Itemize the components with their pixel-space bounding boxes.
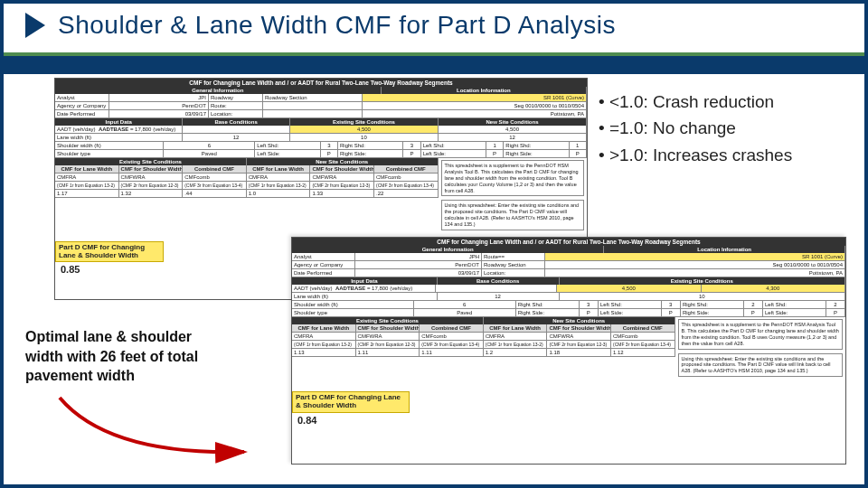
s2cmfc-b: CMFcomb (611, 333, 675, 340)
loc-info-hdr: Location Information (382, 87, 587, 94)
agency-v: PennDOT (109, 102, 209, 109)
date-v: 03/09/17 (109, 110, 209, 117)
s2h2b: CMF for Shoulder Width and Type (547, 324, 611, 332)
s2-date-l: Date Performed (292, 269, 355, 277)
s2fc2: (CMF 3r from Equation 13-4) (611, 341, 675, 348)
s2stexr: Left Side: (599, 309, 662, 316)
s2-input-hdr: Input Data (292, 277, 438, 285)
s2-partd-box: Part D CMF for Changing Lane & Shoulder … (292, 391, 410, 413)
gap-cell (263, 102, 363, 109)
s2shnwlv: 2 (744, 301, 763, 308)
s2-loc-l: Location: (482, 269, 545, 277)
spreadsheet-2: CMF for Changing Lane Width and / or AAD… (291, 237, 846, 465)
s2-aadt-val: 17,800 (372, 286, 388, 291)
s2-note-u: Using this spreadsheet: Enter the existi… (678, 353, 843, 378)
s2-sh-l: Shoulder width (ft) (292, 301, 414, 308)
block-ex: Existing Site Conditions (55, 158, 247, 165)
lane-exist: 10 (290, 134, 439, 141)
s2shnwrv: 2 (826, 301, 845, 308)
s2fc1: (CMF 3r from Equation 13-4) (420, 341, 484, 348)
cmfra-b: CMFRA (247, 174, 311, 181)
s2-note-t: This spreadsheet is a supplement to the … (678, 319, 843, 350)
s2-st-l: Shoulder type (292, 309, 414, 316)
s2shexrv: 3 (662, 301, 681, 308)
s2-loc-v: Pottstown, PA (545, 269, 845, 277)
aadt-exist: 4,500 (290, 126, 439, 133)
s2r2c: 1.12 (611, 349, 675, 356)
stexrv: P (403, 150, 420, 157)
bullet-increases: >1.0: Increases crashes (599, 142, 844, 168)
r2a: 1.0 (247, 190, 311, 197)
cmfwra-b: CMFWRA (310, 174, 374, 181)
title-bar: Shoulder & Lane Width CMF for Part D Ana… (4, 4, 864, 47)
cmfra-a: CMFRA (55, 174, 119, 181)
s2-lane-l: Lane width (ft) (292, 293, 438, 300)
route-l: Route: (209, 102, 263, 109)
cmfc-a: CMFcomb (183, 174, 247, 181)
st-base: Paved (164, 150, 255, 157)
cmf-meaning-list: <1.0: Crash reduction =1.0: No change >1… (599, 89, 844, 168)
fa1: (CMF 1r from Equation 13-2) (55, 182, 119, 189)
stnwlv: P (486, 150, 504, 157)
s2stnwr: Left Side: (763, 309, 826, 316)
stnwrv: P (570, 150, 587, 157)
new-hdr: New Site Conditions (439, 118, 587, 126)
s2cmfwra-b: CMFWRA (547, 333, 611, 340)
fc1: (CMF 3r from Equation 13-4) (183, 182, 247, 189)
stnwl: Left Side: (421, 150, 486, 157)
s2shnwr: Left Shd: (763, 301, 826, 308)
shnwr: Right Shd: (504, 142, 569, 149)
s2shexr: Left Shd: (599, 301, 662, 308)
note-u: Using this spreadsheet: Enter the existi… (441, 200, 584, 230)
roadway-v: Roadway Section (263, 94, 363, 101)
shnwl: Left Shd: (421, 142, 486, 149)
aadt-new: 4,500 (439, 126, 587, 133)
title-arrow-icon (25, 13, 45, 38)
s2r1b: 1.11 (356, 349, 420, 356)
s2shexl: Right Shd: (516, 301, 580, 308)
stexr: Right Side: (338, 150, 403, 157)
s2h3a: Combined CMF (420, 324, 484, 332)
red-arrow-icon (54, 392, 253, 465)
s2-sh-b: 6 (414, 301, 516, 308)
s2cmfc-a: CMFcomb (420, 333, 484, 340)
lane-new: 12 (439, 134, 587, 141)
s2stexlv: P (580, 309, 599, 316)
s2fb1: (CMF 2r from Equation 12-3) (356, 341, 420, 348)
s2h1b: CMF for Lane Width (484, 324, 548, 332)
s2-analyst-v: JPH (355, 253, 482, 260)
h1a: CMF for Lane Width (55, 165, 119, 173)
sh-base: 6 (164, 142, 255, 149)
gap-cell-2 (263, 110, 363, 117)
s2-lane-base: 12 (438, 293, 560, 300)
s2-st-b: Paved (414, 309, 516, 316)
aadt-val: 17,800 (135, 127, 151, 132)
r2c: .22 (374, 190, 439, 197)
roadway-l: Roadway (209, 94, 263, 101)
s2-aadt-l: AADT (veh/day) (294, 286, 333, 291)
r2b: 1.33 (310, 190, 374, 197)
aadt-u: (veh/day) (153, 127, 175, 132)
sheet2-banner: CMF for Changing Lane Width and / or AAD… (292, 238, 845, 246)
input-hdr: Input Data (55, 118, 183, 126)
r1b: 1.32 (119, 190, 184, 197)
st-l: Shoulder type (55, 150, 164, 157)
s2shnwl: Right Shd: (681, 301, 744, 308)
s2-block-new: New Site Conditions (484, 317, 675, 324)
s2stexl: Right Side: (516, 309, 580, 316)
fc2: (CMF 3r from Equation 13-4) (374, 182, 439, 189)
fa2: (CMF 1r from Equation 13-2) (247, 182, 311, 189)
s2stnwl: Right Side: (681, 309, 744, 316)
s2cmfwra-a: CMFWRA (356, 333, 420, 340)
page-title: Shoulder & Lane Width CMF for Part D Ana… (58, 11, 616, 40)
shexl: Left Shd: (255, 142, 320, 149)
exist-hdr: Existing Site Conditions (290, 118, 439, 126)
s2-gen-b: Location Information (604, 246, 845, 253)
bullet-no-change: =1.0: No change (599, 115, 844, 141)
aadt-b: AADTBASE = (99, 127, 134, 132)
date-l: Date Performed (55, 110, 109, 117)
seg-v: Seg 0010/0000 to 0010/0504 (363, 102, 587, 109)
stexlv: P (321, 150, 338, 157)
s2-analyst-l: Analyst (292, 253, 355, 260)
s2-base-hdr: Base Conditions (438, 277, 560, 285)
